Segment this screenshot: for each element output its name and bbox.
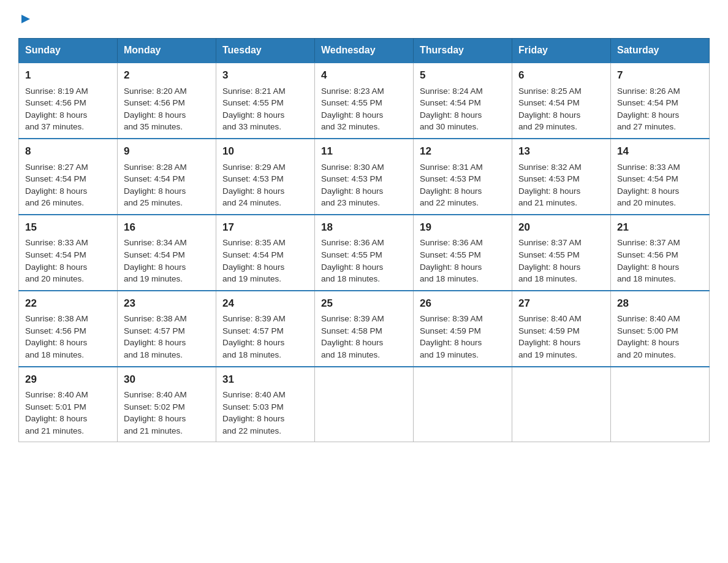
calendar-cell: 29Sunrise: 8:40 AMSunset: 5:01 PMDayligh… [19, 367, 118, 442]
calendar-cell: 21Sunrise: 8:37 AMSunset: 4:56 PMDayligh… [611, 215, 710, 291]
sunset-info: Sunset: 4:54 PM [420, 98, 481, 107]
daylight-info: and 32 minutes. [321, 122, 380, 131]
day-number: 27 [518, 296, 604, 312]
sunrise-info: Sunrise: 8:40 AM [124, 390, 187, 399]
daylight-info: and 18 minutes. [617, 274, 676, 283]
daylight-info: and 37 minutes. [25, 122, 84, 131]
day-number: 1 [25, 68, 111, 83]
day-number: 6 [518, 68, 604, 83]
day-number: 17 [222, 220, 308, 236]
daylight-info: and 18 minutes. [222, 350, 281, 359]
calendar-cell: 30Sunrise: 8:40 AMSunset: 5:02 PMDayligh… [118, 367, 216, 442]
daylight-info: Daylight: 8 hours [420, 262, 482, 272]
day-number: 7 [617, 68, 703, 83]
sunrise-info: Sunrise: 8:25 AM [518, 86, 582, 96]
day-number: 18 [321, 220, 407, 236]
daylight-info: Daylight: 8 hours [124, 262, 186, 272]
daylight-info: and 35 minutes. [124, 122, 183, 131]
calendar-cell: 13Sunrise: 8:32 AMSunset: 4:53 PMDayligh… [512, 139, 611, 215]
weekday-header-tuesday: Tuesday [216, 39, 315, 63]
week-row-3: 15Sunrise: 8:33 AMSunset: 4:54 PMDayligh… [19, 215, 710, 291]
calendar-cell: 27Sunrise: 8:40 AMSunset: 4:59 PMDayligh… [512, 291, 611, 367]
day-number: 3 [222, 68, 308, 83]
sunset-info: Sunset: 4:55 PM [518, 250, 580, 259]
weekday-header-row: SundayMondayTuesdayWednesdayThursdayFrid… [19, 39, 710, 63]
sunrise-info: Sunrise: 8:24 AM [420, 86, 483, 96]
sunrise-info: Sunrise: 8:36 AM [420, 238, 483, 247]
daylight-info: and 18 minutes. [420, 274, 479, 283]
daylight-info: Daylight: 8 hours [222, 414, 284, 423]
calendar-cell: 1Sunrise: 8:19 AMSunset: 4:56 PMDaylight… [19, 63, 118, 139]
calendar-cell: 19Sunrise: 8:36 AMSunset: 4:55 PMDayligh… [414, 215, 512, 291]
calendar-cell [315, 367, 414, 442]
weekday-header-wednesday: Wednesday [315, 39, 414, 63]
calendar-cell [611, 367, 710, 442]
sunset-info: Sunset: 4:55 PM [222, 98, 284, 107]
day-number: 14 [617, 144, 703, 159]
daylight-info: and 27 minutes. [617, 122, 676, 131]
day-number: 31 [222, 372, 308, 388]
sunrise-info: Sunrise: 8:40 AM [518, 314, 582, 323]
daylight-info: Daylight: 8 hours [321, 110, 383, 120]
calendar-cell: 31Sunrise: 8:40 AMSunset: 5:03 PMDayligh… [216, 367, 315, 442]
sunset-info: Sunset: 4:54 PM [617, 174, 678, 183]
sunrise-info: Sunrise: 8:33 AM [25, 238, 88, 247]
sunrise-info: Sunrise: 8:40 AM [222, 390, 286, 399]
sunrise-info: Sunrise: 8:39 AM [420, 314, 483, 323]
weekday-header-thursday: Thursday [414, 39, 512, 63]
calendar-cell: 3Sunrise: 8:21 AMSunset: 4:55 PMDaylight… [216, 63, 315, 139]
calendar-cell: 23Sunrise: 8:38 AMSunset: 4:57 PMDayligh… [118, 291, 216, 367]
sunset-info: Sunset: 4:55 PM [321, 250, 382, 259]
calendar-cell: 10Sunrise: 8:29 AMSunset: 4:53 PMDayligh… [216, 139, 315, 215]
sunset-info: Sunset: 4:56 PM [25, 326, 86, 335]
calendar-cell: 14Sunrise: 8:33 AMSunset: 4:54 PMDayligh… [611, 139, 710, 215]
daylight-info: Daylight: 8 hours [222, 186, 284, 196]
daylight-info: and 19 minutes. [222, 274, 281, 283]
daylight-info: and 18 minutes. [25, 350, 84, 359]
day-number: 2 [124, 68, 210, 83]
sunrise-info: Sunrise: 8:33 AM [617, 163, 680, 172]
calendar-cell: 6Sunrise: 8:25 AMSunset: 4:54 PMDaylight… [512, 63, 611, 139]
sunset-info: Sunset: 4:57 PM [124, 326, 185, 335]
sunset-info: Sunset: 4:54 PM [25, 250, 86, 259]
daylight-info: and 20 minutes. [25, 274, 84, 283]
daylight-info: Daylight: 8 hours [222, 262, 284, 272]
daylight-info: Daylight: 8 hours [222, 110, 284, 120]
calendar-cell: 9Sunrise: 8:28 AMSunset: 4:54 PMDaylight… [118, 139, 216, 215]
daylight-info: and 26 minutes. [25, 198, 84, 207]
daylight-info: Daylight: 8 hours [420, 186, 482, 196]
sunrise-info: Sunrise: 8:26 AM [617, 86, 680, 96]
calendar-cell: 25Sunrise: 8:39 AMSunset: 4:58 PMDayligh… [315, 291, 414, 367]
sunset-info: Sunset: 4:58 PM [321, 326, 382, 335]
sunrise-info: Sunrise: 8:34 AM [124, 238, 187, 247]
day-number: 30 [124, 372, 210, 388]
daylight-info: Daylight: 8 hours [518, 338, 580, 347]
sunset-info: Sunset: 4:54 PM [124, 174, 185, 183]
weekday-header-saturday: Saturday [611, 39, 710, 63]
logo-arrow-icon [19, 12, 32, 26]
daylight-info: Daylight: 8 hours [617, 262, 679, 272]
calendar-cell: 11Sunrise: 8:30 AMSunset: 4:53 PMDayligh… [315, 139, 414, 215]
sunrise-info: Sunrise: 8:32 AM [518, 163, 582, 172]
weekday-header-sunday: Sunday [19, 39, 118, 63]
sunrise-info: Sunrise: 8:29 AM [222, 163, 286, 172]
day-number: 12 [420, 144, 506, 159]
logo [18, 12, 32, 26]
sunset-info: Sunset: 4:56 PM [124, 98, 185, 107]
calendar-cell: 15Sunrise: 8:33 AMSunset: 4:54 PMDayligh… [19, 215, 118, 291]
sunrise-info: Sunrise: 8:40 AM [617, 314, 680, 323]
daylight-info: and 22 minutes. [420, 198, 479, 207]
day-number: 25 [321, 296, 407, 312]
daylight-info: and 24 minutes. [222, 198, 281, 207]
daylight-info: Daylight: 8 hours [518, 262, 580, 272]
daylight-info: and 19 minutes. [420, 350, 479, 359]
week-row-5: 29Sunrise: 8:40 AMSunset: 5:01 PMDayligh… [19, 367, 710, 442]
day-number: 10 [222, 144, 308, 159]
daylight-info: and 21 minutes. [25, 426, 84, 435]
day-number: 13 [518, 144, 604, 159]
sunset-info: Sunset: 5:00 PM [617, 326, 678, 335]
sunset-info: Sunset: 4:55 PM [321, 98, 382, 107]
page-header [18, 12, 710, 26]
daylight-info: and 20 minutes. [617, 198, 676, 207]
sunset-info: Sunset: 5:01 PM [25, 402, 86, 412]
